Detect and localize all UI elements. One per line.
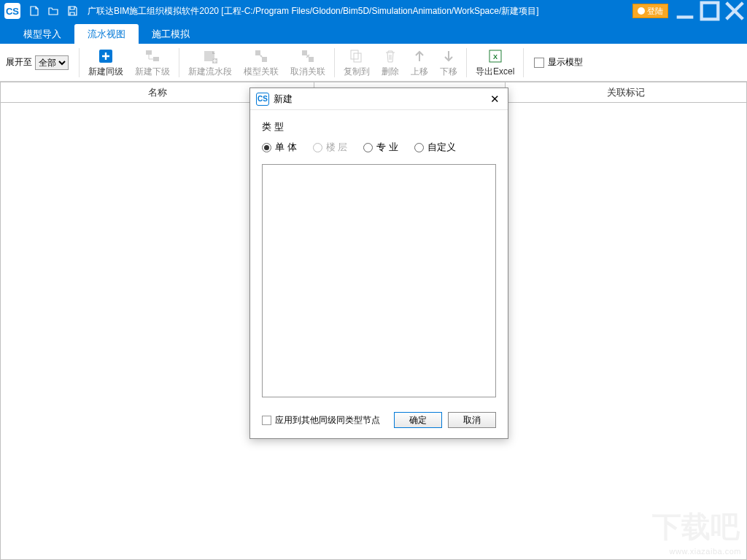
tab-model-import[interactable]: 模型导入: [10, 24, 74, 44]
trash-icon: [382, 47, 399, 65]
login-button[interactable]: 登陆: [632, 4, 668, 18]
svg-rect-11: [354, 53, 361, 62]
apply-to-siblings-checkbox[interactable]: 应用到其他同级同类型节点: [262, 414, 388, 427]
svg-rect-0: [702, 3, 719, 20]
copy-to-button[interactable]: 复制到: [338, 46, 376, 79]
minimize-button[interactable]: [673, 0, 697, 22]
app-icon: CS: [4, 3, 20, 19]
main-tabs: 模型导入 流水视图 施工模拟: [0, 22, 747, 44]
dialog-listbox[interactable]: [262, 164, 496, 397]
expand-to-select[interactable]: 全部: [35, 55, 69, 70]
expand-to-control: 展开至 全部: [6, 55, 69, 70]
tree-child-icon: [144, 47, 161, 65]
new-sibling-button[interactable]: 新建同级: [82, 46, 129, 79]
watermark-small: www.xiazaiba.com: [670, 547, 741, 556]
excel-icon: X: [487, 47, 504, 65]
radio-zidingyi[interactable]: 自定义: [414, 141, 456, 154]
copy-icon: [348, 47, 365, 65]
ok-button[interactable]: 确定: [394, 412, 442, 428]
radio-danti[interactable]: 单 体: [262, 141, 297, 154]
dialog-titlebar: CS 新建 ✕: [250, 88, 508, 110]
svg-text:X: X: [493, 53, 498, 61]
cancel-link-button[interactable]: 取消关联: [285, 46, 331, 79]
radio-louceng[interactable]: 楼 层: [313, 141, 348, 154]
arrow-up-icon: [411, 47, 428, 65]
move-up-button[interactable]: 上移: [405, 46, 434, 79]
dialog-body: 类 型 单 体 楼 层 专 业 自定义: [250, 110, 508, 405]
cancel-button[interactable]: 取消: [448, 412, 496, 428]
checkbox-icon: [262, 416, 271, 425]
type-label: 类 型: [262, 120, 496, 133]
model-link-button[interactable]: 模型关联: [238, 46, 285, 79]
svg-rect-2: [146, 50, 152, 55]
svg-rect-3: [153, 57, 159, 61]
plus-icon: [97, 47, 115, 65]
open-file-icon[interactable]: [44, 0, 63, 22]
arrow-down-icon: [440, 47, 457, 65]
dialog-close-button[interactable]: ✕: [487, 92, 502, 106]
watermark-big: 下载吧: [652, 507, 740, 547]
svg-rect-7: [262, 57, 267, 62]
new-segment-button[interactable]: 新建流水段: [182, 46, 238, 79]
ribbon-toolbar: 展开至 全部 新建同级 新建下级 新建流水段 模型关联 取消关联 复制到 删除 …: [0, 44, 747, 82]
export-excel-button[interactable]: X 导出Excel: [470, 46, 520, 79]
link-icon: [252, 47, 270, 65]
dialog-icon: CS: [256, 93, 269, 106]
save-file-icon[interactable]: [63, 0, 82, 22]
tab-flow-view[interactable]: 流水视图: [74, 24, 139, 44]
tab-construction-sim[interactable]: 施工模拟: [139, 24, 203, 44]
window-title: 广联达BIM施工组织模拟软件2020 [工程-C:/Program Files/…: [88, 5, 539, 18]
close-button[interactable]: [722, 0, 747, 22]
unlink-icon: [299, 47, 317, 65]
move-down-button[interactable]: 下移: [434, 46, 463, 79]
delete-button[interactable]: 删除: [376, 46, 405, 79]
svg-rect-10: [351, 50, 358, 59]
radio-zhuanye[interactable]: 专 业: [363, 141, 398, 154]
svg-rect-6: [255, 50, 260, 55]
new-dialog: CS 新建 ✕ 类 型 单 体 楼 层 专 业 自定义 应用到其他同级同类型节点…: [249, 88, 508, 439]
svg-rect-8: [302, 50, 307, 55]
title-bar: CS 广联达BIM施工组织模拟软件2020 [工程-C:/Program Fil…: [0, 0, 747, 22]
svg-rect-9: [309, 57, 314, 62]
expand-to-label: 展开至: [6, 56, 32, 69]
maximize-button[interactable]: [697, 0, 722, 22]
new-child-button[interactable]: 新建下级: [129, 46, 176, 79]
show-model-checkbox[interactable]: 显示模型: [534, 56, 583, 69]
segment-icon: [201, 47, 219, 65]
dialog-footer: 应用到其他同级同类型节点 确定 取消: [250, 405, 508, 438]
column-link-mark[interactable]: 关联标记: [506, 82, 746, 102]
type-radio-group: 单 体 楼 层 专 业 自定义: [262, 141, 496, 154]
dialog-title: 新建: [274, 93, 487, 106]
checkbox-icon: [534, 58, 544, 68]
new-file-icon[interactable]: [25, 0, 44, 22]
